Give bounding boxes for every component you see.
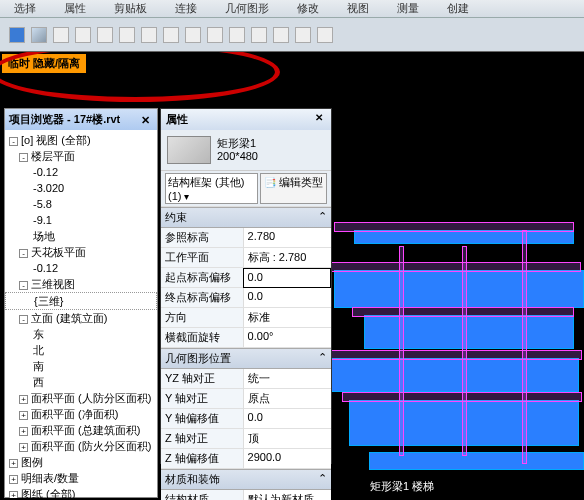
temp-hide-isolate-indicator[interactable]: 临时 隐藏/隔离 bbox=[2, 54, 86, 73]
property-name: 横截面旋转 bbox=[161, 328, 243, 348]
tree-item[interactable]: {三维} bbox=[5, 292, 157, 310]
ribbon-tab[interactable]: 属性 bbox=[50, 0, 100, 18]
measure-icon[interactable] bbox=[97, 27, 113, 43]
expand-icon[interactable]: + bbox=[9, 475, 18, 484]
collapse-icon[interactable]: - bbox=[19, 153, 28, 162]
tree-item[interactable]: -立面 (建筑立面) bbox=[5, 310, 157, 326]
property-value[interactable]: 2.780 bbox=[243, 228, 331, 248]
property-value[interactable]: 统一 bbox=[243, 369, 331, 389]
tree-item[interactable]: +图纸 (全部) bbox=[5, 486, 157, 498]
collapse-icon[interactable]: - bbox=[19, 315, 28, 324]
edit-type-button[interactable]: 📑 编辑类型 bbox=[260, 173, 327, 204]
expand-icon[interactable]: + bbox=[19, 443, 28, 452]
close-icon[interactable]: ✕ bbox=[312, 112, 326, 126]
tree-item[interactable]: 场地 bbox=[5, 228, 157, 244]
mirror-icon[interactable] bbox=[185, 27, 201, 43]
project-browser-title: 项目浏览器 - 17#楼.rvt bbox=[9, 112, 120, 127]
expand-icon[interactable]: + bbox=[9, 459, 18, 468]
ribbon-tab[interactable]: 连接 bbox=[161, 0, 211, 18]
expand-icon[interactable]: + bbox=[19, 395, 28, 404]
offset-icon[interactable] bbox=[163, 27, 179, 43]
property-value[interactable]: 标准 bbox=[243, 308, 331, 328]
copy-icon[interactable] bbox=[207, 27, 223, 43]
property-value[interactable]: 原点 bbox=[243, 389, 331, 409]
expand-icon[interactable]: + bbox=[19, 427, 28, 436]
property-value[interactable]: 2900.0 bbox=[243, 449, 331, 469]
property-value[interactable]: 0.0 bbox=[243, 288, 331, 308]
tree-item[interactable]: -0.12 bbox=[5, 164, 157, 180]
property-row: YZ 轴对正统一 bbox=[161, 369, 331, 389]
save-icon[interactable] bbox=[9, 27, 25, 43]
tree-item[interactable]: -5.8 bbox=[5, 196, 157, 212]
collapse-icon[interactable]: - bbox=[19, 249, 28, 258]
property-value[interactable]: 0.0 bbox=[243, 268, 331, 288]
tree-item[interactable]: -天花板平面 bbox=[5, 244, 157, 260]
align-icon[interactable] bbox=[119, 27, 135, 43]
tree-item[interactable]: 东 bbox=[5, 326, 157, 342]
project-browser-tree[interactable]: -[o] 视图 (全部)-楼层平面-0.12-3.020-5.8-9.1场地-天… bbox=[5, 130, 157, 498]
tree-item[interactable]: +面积平面 (总建筑面积) bbox=[5, 422, 157, 438]
3d-model[interactable] bbox=[324, 200, 584, 490]
array-icon[interactable] bbox=[273, 27, 289, 43]
ribbon-tab[interactable]: 几何图形 bbox=[211, 0, 283, 18]
property-value[interactable]: 顶 bbox=[243, 429, 331, 449]
redo-icon[interactable] bbox=[75, 27, 91, 43]
ribbon-tab[interactable]: 选择 bbox=[0, 0, 50, 18]
property-value[interactable]: 标高 : 2.780 bbox=[243, 248, 331, 268]
collapse-icon[interactable]: - bbox=[9, 137, 18, 146]
property-name: 结构材质 bbox=[161, 490, 243, 500]
property-value[interactable]: 0.00° bbox=[243, 328, 331, 348]
property-value[interactable]: 默认为新材质 bbox=[243, 490, 331, 500]
property-group-header[interactable]: 材质和装饰⌃ bbox=[161, 469, 331, 490]
expand-icon[interactable]: + bbox=[19, 411, 28, 420]
tree-item[interactable]: 北 bbox=[5, 342, 157, 358]
tree-item[interactable]: +面积平面 (净面积) bbox=[5, 406, 157, 422]
close-icon[interactable]: ✕ bbox=[141, 114, 153, 126]
tree-item[interactable]: +面积平面 (人防分区面积) bbox=[5, 390, 157, 406]
group-icon[interactable] bbox=[317, 27, 333, 43]
property-row: 参照标高2.780 bbox=[161, 228, 331, 248]
tree-item[interactable]: +图例 bbox=[5, 454, 157, 470]
property-name: YZ 轴对正 bbox=[161, 369, 243, 389]
properties-panel: 属性 ✕ 矩形梁1 200*480 结构框架 (其他) (1) ▾ 📑 编辑类型… bbox=[160, 108, 332, 464]
ribbon-tab[interactable]: 剪贴板 bbox=[100, 0, 161, 18]
ribbon-tab[interactable]: 创建 bbox=[433, 0, 483, 18]
cube-icon[interactable] bbox=[31, 27, 47, 43]
tree-item[interactable]: 西 bbox=[5, 374, 157, 390]
property-group-header[interactable]: 几何图形位置⌃ bbox=[161, 348, 331, 369]
ribbon-tab[interactable]: 视图 bbox=[333, 0, 383, 18]
pin-icon[interactable] bbox=[295, 27, 311, 43]
chevron-up-icon: ⌃ bbox=[318, 351, 327, 366]
property-group-header[interactable]: 约束⌃ bbox=[161, 207, 331, 228]
trim-icon[interactable] bbox=[141, 27, 157, 43]
undo-icon[interactable] bbox=[53, 27, 69, 43]
tree-item[interactable]: +明细表/数量 bbox=[5, 470, 157, 486]
tree-item[interactable]: +面积平面 (防火分区面积) bbox=[5, 438, 157, 454]
tree-item[interactable]: -9.1 bbox=[5, 212, 157, 228]
chevron-up-icon: ⌃ bbox=[318, 210, 327, 225]
tree-item[interactable]: -0.12 bbox=[5, 260, 157, 276]
property-name: 起点标高偏移 bbox=[161, 268, 243, 288]
property-name: 终点标高偏移 bbox=[161, 288, 243, 308]
scale-icon[interactable] bbox=[251, 27, 267, 43]
expand-icon[interactable]: + bbox=[9, 491, 18, 498]
tree-item[interactable]: 南 bbox=[5, 358, 157, 374]
collapse-icon[interactable]: - bbox=[19, 281, 28, 290]
tree-item[interactable]: -[o] 视图 (全部) bbox=[5, 132, 157, 148]
rotate-icon[interactable] bbox=[229, 27, 245, 43]
tree-item[interactable]: -楼层平面 bbox=[5, 148, 157, 164]
property-name: Y 轴对正 bbox=[161, 389, 243, 409]
property-value[interactable]: 0.0 bbox=[243, 409, 331, 429]
quick-access-toolbar bbox=[0, 18, 584, 52]
chevron-up-icon: ⌃ bbox=[318, 472, 327, 487]
type-size-name: 200*480 bbox=[217, 150, 258, 163]
instance-filter-dropdown[interactable]: 结构框架 (其他) (1) ▾ bbox=[165, 173, 258, 204]
ribbon-tab[interactable]: 修改 bbox=[283, 0, 333, 18]
property-row: Z 轴对正顶 bbox=[161, 429, 331, 449]
tree-item[interactable]: -3.020 bbox=[5, 180, 157, 196]
property-name: Z 轴偏移值 bbox=[161, 449, 243, 469]
tree-item[interactable]: -三维视图 bbox=[5, 276, 157, 292]
type-family-name: 矩形梁1 bbox=[217, 137, 258, 150]
type-thumbnail-icon[interactable] bbox=[167, 136, 211, 164]
ribbon-tab[interactable]: 测量 bbox=[383, 0, 433, 18]
